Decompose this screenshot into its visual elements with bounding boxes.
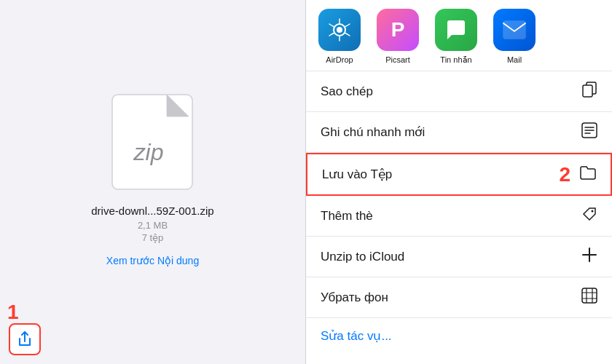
messages-icon-bg <box>435 9 477 51</box>
file-size: 2,1 MB <box>138 220 168 231</box>
file-count: 7 tệp <box>142 232 164 243</box>
mail-icon-bg <box>493 9 536 51</box>
remove-bg-label: Убрать фон <box>321 290 388 305</box>
svg-rect-7 <box>583 85 592 97</box>
step-number-1: 1 <box>7 301 19 324</box>
menu-list: Sao chép Ghi chú nhanh mới <box>306 71 612 364</box>
messages-label: Tin nhắn <box>440 55 471 65</box>
menu-item-save-to-files[interactable]: Lưu vào Tệp 2 <box>306 153 612 196</box>
svg-point-4 <box>337 27 342 33</box>
preview-link[interactable]: Xem trước Nội dung <box>106 255 199 266</box>
quick-note-icon <box>581 122 597 142</box>
share-button[interactable] <box>9 323 41 355</box>
app-icons-row: AirDrop P Picsart Tin nhắn <box>306 0 612 71</box>
file-name: drive-downl...59Z-001.zip <box>91 205 213 217</box>
edit-actions-label: Sửa tác vụ... <box>321 328 392 344</box>
svg-text:zip: zip <box>133 139 164 165</box>
app-icon-picsart[interactable]: P Picsart <box>376 9 420 64</box>
right-panel: AirDrop P Picsart Tin nhắn <box>306 0 612 364</box>
picsart-label: Picsart <box>385 55 410 64</box>
airdrop-label: AirDrop <box>326 55 353 64</box>
add-tag-label: Thêm thè <box>321 209 373 223</box>
picsart-icon-bg: P <box>377 9 419 51</box>
menu-item-add-tag[interactable]: Thêm thè <box>306 196 612 237</box>
menu-item-copy[interactable]: Sao chép <box>306 71 612 112</box>
app-icon-airdrop[interactable]: AirDrop <box>318 9 361 64</box>
menu-item-edit-actions[interactable]: Sửa tác vụ... <box>306 318 612 354</box>
file-icon-container: zip drive-downl...59Z-001.zip 2,1 MB 7 t… <box>91 91 213 266</box>
quick-note-label: Ghi chú nhanh mới <box>321 124 425 140</box>
svg-rect-5 <box>503 21 525 39</box>
menu-item-unzip[interactable]: Unzip to iCloud <box>306 237 612 277</box>
menu-item-remove-bg[interactable]: Убрать фон <box>306 277 612 318</box>
svg-rect-10 <box>582 288 597 303</box>
file-icon: zip <box>109 91 196 193</box>
unzip-label: Unzip to iCloud <box>321 250 404 264</box>
airdrop-icon-bg <box>318 9 361 51</box>
menu-item-quick-note[interactable]: Ghi chú nhanh mới <box>306 112 612 153</box>
save-to-files-label: Lưu vào Tệp <box>322 167 392 182</box>
add-tag-icon <box>581 206 597 226</box>
copy-label: Sao chép <box>321 84 373 99</box>
remove-bg-icon <box>581 288 597 307</box>
unzip-icon <box>581 247 597 266</box>
svg-point-9 <box>592 210 594 213</box>
mail-label: Mail <box>507 55 522 64</box>
app-icon-mail[interactable]: Mail <box>493 9 536 64</box>
app-icon-messages[interactable]: Tin nhắn <box>434 9 478 65</box>
left-panel: zip drive-downl...59Z-001.zip 2,1 MB 7 t… <box>0 0 306 364</box>
save-to-files-icon <box>580 165 596 184</box>
step-number-2: 2 <box>559 163 570 186</box>
copy-icon <box>581 82 597 101</box>
